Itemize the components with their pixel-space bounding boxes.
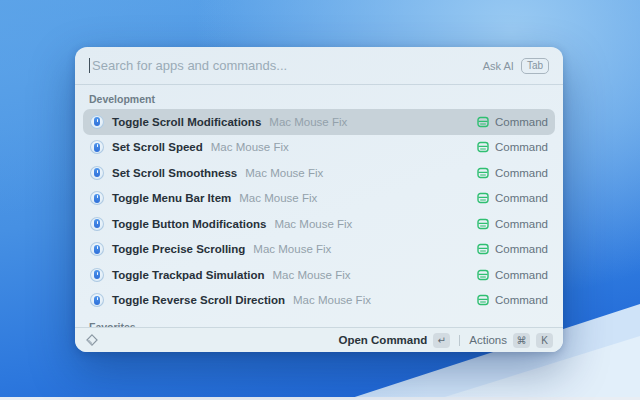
mac-mouse-fix-app-icon [90, 242, 104, 256]
open-command-button[interactable]: Open Command ↵ [338, 333, 450, 348]
command-list-item[interactable]: Toggle Precise Scrolling Mac Mouse Fix C… [83, 237, 555, 263]
command-type-label: Command [495, 294, 548, 306]
command-app-name: Mac Mouse Fix [274, 218, 352, 230]
command-list-item[interactable]: Toggle Button Modifications Mac Mouse Fi… [83, 211, 555, 237]
actions-label: Actions [469, 334, 507, 346]
script-command-icon [477, 167, 489, 179]
command-list: Development Toggle Scroll Modifications … [75, 85, 563, 327]
command-type-label: Command [495, 192, 548, 204]
section-header-development: Development [83, 85, 555, 109]
script-command-icon [477, 218, 489, 230]
raycast-logo-icon [85, 333, 99, 347]
command-type-label: Command [495, 116, 548, 128]
script-command-icon [477, 192, 489, 204]
script-command-icon [477, 269, 489, 281]
open-command-label: Open Command [338, 334, 427, 346]
command-title: Toggle Trackpad Simulation [112, 269, 265, 281]
command-app-name: Mac Mouse Fix [211, 141, 289, 153]
command-app-name: Mac Mouse Fix [269, 116, 347, 128]
mac-mouse-fix-app-icon [90, 191, 104, 205]
mac-mouse-fix-app-icon [90, 115, 104, 129]
command-list-item[interactable]: Set Scroll Speed Mac Mouse Fix Command [83, 135, 555, 161]
search-bar: Search for apps and commands... Ask AI T… [75, 47, 563, 85]
command-app-name: Mac Mouse Fix [273, 269, 351, 281]
footer-separator [459, 335, 460, 346]
command-list-item[interactable]: Toggle Trackpad Simulation Mac Mouse Fix… [83, 262, 555, 288]
command-title: Toggle Scroll Modifications [112, 116, 261, 128]
command-app-name: Mac Mouse Fix [245, 167, 323, 179]
mac-mouse-fix-app-icon [90, 293, 104, 307]
ask-ai-label[interactable]: Ask AI [483, 60, 514, 72]
command-title: Set Scroll Smoothness [112, 167, 237, 179]
command-list-item[interactable]: Toggle Menu Bar Item Mac Mouse Fix Comma… [83, 186, 555, 212]
command-type-label: Command [495, 243, 548, 255]
command-title: Toggle Menu Bar Item [112, 192, 231, 204]
command-key-badge: ⌘ [513, 333, 530, 348]
mac-mouse-fix-app-icon [90, 217, 104, 231]
command-type-label: Command [495, 269, 548, 281]
action-bar: Open Command ↵ Actions ⌘ K [75, 327, 563, 352]
section-header-favorites: Favorites [83, 313, 555, 327]
script-command-icon [477, 141, 489, 153]
command-app-name: Mac Mouse Fix [293, 294, 371, 306]
command-list-item[interactable]: Toggle Reverse Scroll Direction Mac Mous… [83, 288, 555, 314]
command-list-item[interactable]: Set Scroll Smoothness Mac Mouse Fix Comm… [83, 160, 555, 186]
return-key-badge: ↵ [433, 333, 450, 348]
mac-mouse-fix-app-icon [90, 268, 104, 282]
command-list-item[interactable]: Toggle Scroll Modifications Mac Mouse Fi… [83, 109, 555, 135]
command-type-label: Command [495, 218, 548, 230]
search-input[interactable]: Search for apps and commands... [92, 58, 287, 73]
mac-mouse-fix-app-icon [90, 140, 104, 154]
command-title: Set Scroll Speed [112, 141, 203, 153]
command-app-name: Mac Mouse Fix [239, 192, 317, 204]
k-key-badge: K [536, 333, 553, 348]
command-title: Toggle Reverse Scroll Direction [112, 294, 285, 306]
script-command-icon [477, 294, 489, 306]
command-type-label: Command [495, 141, 548, 153]
command-title: Toggle Button Modifications [112, 218, 266, 230]
script-command-icon [477, 243, 489, 255]
mac-mouse-fix-app-icon [90, 166, 104, 180]
text-cursor [89, 58, 90, 73]
script-command-icon [477, 116, 489, 128]
command-type-label: Command [495, 167, 548, 179]
tab-key-badge[interactable]: Tab [521, 58, 549, 74]
raycast-launcher-window: Search for apps and commands... Ask AI T… [75, 47, 563, 352]
actions-button[interactable]: Actions ⌘ K [469, 333, 553, 348]
command-title: Toggle Precise Scrolling [112, 243, 245, 255]
command-app-name: Mac Mouse Fix [253, 243, 331, 255]
